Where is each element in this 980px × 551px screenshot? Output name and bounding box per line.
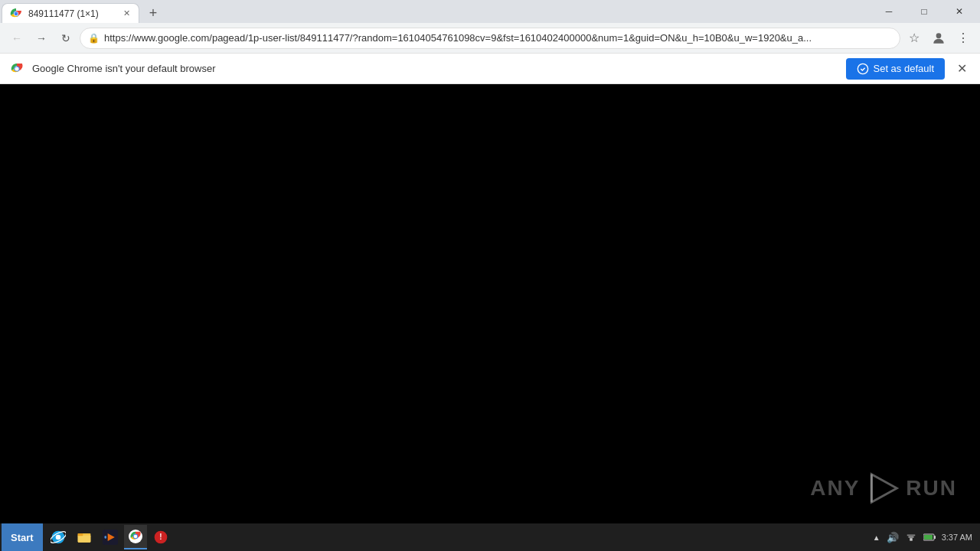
anyrun-text-any: ANY [810, 476, 860, 500]
info-bar-message: Google Chrome isn't your default browser [32, 63, 838, 74]
svg-point-22 [133, 535, 137, 539]
tray-expand-arrow[interactable]: ▲ [873, 533, 880, 542]
svg-point-4 [936, 33, 942, 38]
taskbar-extra-icon: ! [153, 530, 168, 545]
tab-close-button[interactable]: ✕ [120, 8, 132, 20]
anyrun-watermark: ANY RUN [810, 471, 957, 505]
active-tab[interactable]: 849111477 (1×1) ✕ [2, 3, 139, 23]
tab-title: 849111477 (1×1) [28, 8, 117, 19]
bookmark-button[interactable]: ☆ [903, 28, 925, 49]
svg-rect-27 [906, 535, 915, 536]
close-button[interactable]: ✕ [942, 0, 977, 23]
title-bar: 849111477 (1×1) ✕ + ─ □ ✕ [0, 0, 980, 23]
taskbar-ie-button[interactable] [46, 525, 70, 549]
media-player-icon [103, 530, 118, 545]
forward-button[interactable]: → [31, 28, 52, 49]
browser-window: 849111477 (1×1) ✕ + ─ □ ✕ ← → ↻ 🔒 https:… [0, 0, 980, 551]
tabs-area: 849111477 (1×1) ✕ + [0, 0, 868, 23]
new-tab-button[interactable]: + [142, 3, 164, 23]
back-button[interactable]: ← [6, 28, 28, 49]
maximize-button[interactable]: □ [906, 0, 942, 23]
start-label: Start [11, 532, 34, 543]
svg-point-13 [55, 535, 60, 540]
svg-point-8 [858, 64, 867, 73]
taskbar-media-button[interactable] [98, 525, 122, 549]
taskbar: Start [0, 523, 980, 551]
navigation-bar: ← → ↻ 🔒 https://www.google.com/pagead/1p… [0, 23, 980, 54]
network-icon [906, 532, 916, 543]
svg-rect-29 [934, 536, 936, 539]
file-explorer-icon [77, 530, 92, 545]
taskbar-chrome-icon [129, 530, 142, 543]
svg-rect-30 [924, 535, 933, 540]
svg-rect-16 [77, 533, 83, 536]
tab-favicon-icon [8, 6, 24, 21]
svg-point-3 [15, 11, 18, 15]
profile-icon [931, 31, 946, 46]
page-content: ANY RUN [0, 84, 980, 551]
start-button[interactable]: Start [2, 523, 43, 551]
url-text: https://www.google.com/pagead/1p-user-li… [104, 32, 892, 44]
taskbar-chrome-button[interactable] [124, 525, 147, 549]
battery-icon [923, 533, 936, 541]
svg-rect-25 [910, 538, 913, 541]
tray-volume-icon[interactable]: 🔊 [887, 531, 899, 543]
taskbar-extra-button[interactable]: ! [149, 525, 173, 549]
anyrun-text-run: RUN [906, 476, 957, 500]
security-lock-icon: 🔒 [88, 33, 100, 44]
chrome-icon [9, 61, 24, 77]
tray-network-icon[interactable] [905, 531, 917, 543]
svg-rect-19 [104, 536, 106, 538]
reload-button[interactable]: ↻ [55, 28, 77, 49]
svg-point-7 [15, 67, 18, 70]
minimize-button[interactable]: ─ [871, 0, 906, 23]
profile-button[interactable] [928, 28, 949, 49]
system-tray: ▲ 🔊 3:37 AM [867, 531, 978, 543]
taskbar-items: ! [43, 525, 867, 549]
address-bar[interactable]: 🔒 https://www.google.com/pagead/1p-user-… [80, 28, 900, 49]
system-time: 3:37 AM [942, 533, 972, 542]
anyrun-play-icon [866, 471, 900, 505]
default-browser-info-bar: Google Chrome isn't your default browser… [0, 54, 980, 84]
window-controls: ─ □ ✕ [868, 0, 980, 23]
tray-battery-icon[interactable] [923, 531, 936, 543]
set-default-button[interactable]: Set as default [846, 58, 946, 80]
svg-rect-26 [908, 536, 913, 538]
svg-rect-15 [77, 536, 90, 543]
menu-button[interactable]: ⋮ [952, 28, 974, 49]
info-bar-close-button[interactable]: ✕ [952, 60, 971, 78]
svg-marker-9 [872, 474, 897, 503]
set-default-icon [857, 63, 869, 75]
set-default-label: Set as default [874, 63, 935, 74]
taskbar-explorer-button[interactable] [72, 525, 96, 549]
svg-text:!: ! [159, 533, 162, 541]
ie-icon [51, 530, 66, 545]
